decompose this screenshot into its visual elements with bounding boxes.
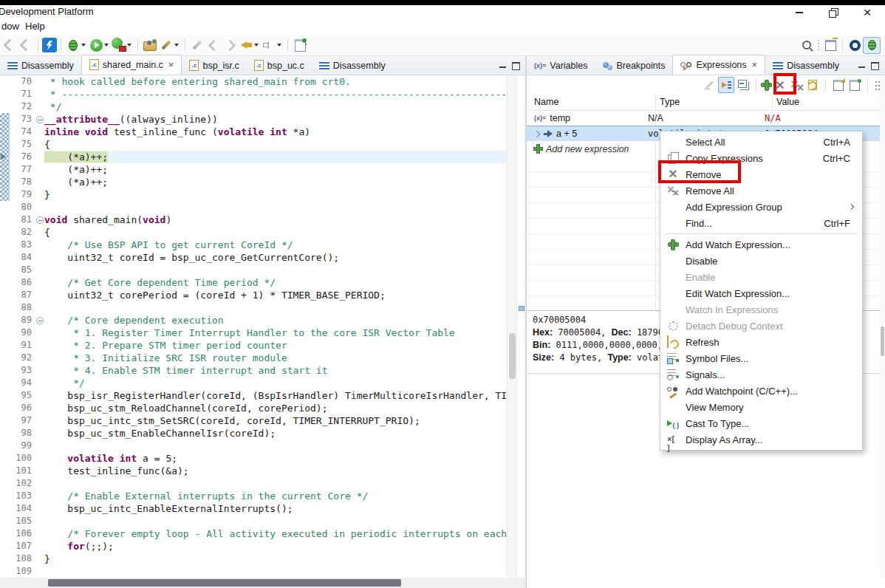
view-menu-icon[interactable]	[873, 78, 879, 92]
code-line[interactable]: 90 * 1. Register Timer Interrupt Handler…	[0, 327, 507, 339]
code-line[interactable]: 86 /* Get Core dependent Time period */	[0, 276, 507, 289]
back-icon[interactable]	[238, 37, 254, 53]
tab-close-icon[interactable]: ×	[168, 59, 174, 70]
search-icon[interactable]	[799, 37, 815, 53]
c-perspective-icon[interactable]	[847, 37, 863, 53]
menu-item-add-expression-group[interactable]: Add Expression Group	[660, 199, 862, 215]
code-line[interactable]: 104 bsp_uc_intc_EnableExternalInterrupts…	[0, 502, 507, 515]
menu-item-find-[interactable]: Find...Ctrl+F	[660, 215, 862, 231]
code-line[interactable]: 107 for(;;);	[0, 540, 507, 553]
run-icon-dropdown[interactable]	[104, 44, 109, 47]
menu-item-select-all[interactable]: Select AllCtrl+A	[660, 134, 862, 150]
column-header-type[interactable]: Type	[660, 97, 680, 107]
menu-item-refresh[interactable]: Refresh	[660, 334, 862, 350]
fold-collapse-icon[interactable]	[35, 213, 44, 226]
code-line[interactable]: 70 * hook called before entering shared_…	[0, 75, 507, 88]
code-line[interactable]: 78 (*a)++;	[0, 176, 507, 188]
code-line[interactable]: 77 (*a)++;	[0, 163, 507, 176]
code-line[interactable]: 91 * 2. Prepare STM timer period counter	[0, 339, 507, 352]
code-line[interactable]: 103 /* Enable External interrupts in the…	[0, 490, 507, 502]
tab-close-icon[interactable]: ×	[752, 59, 758, 70]
code-line[interactable]: 80	[0, 201, 507, 213]
link-with-debug-icon[interactable]	[718, 77, 734, 93]
code-line[interactable]: 88	[0, 301, 507, 314]
code-line[interactable]: 87 uint32_t corePeriod = (coreId + 1) * …	[0, 289, 507, 301]
menu-item-add-watchpoint-c-c-[interactable]: Add Watchpoint (C/C++)...	[660, 383, 862, 399]
editor-horizontal-scrollbar[interactable]	[0, 578, 526, 588]
expand-chevron-icon[interactable]	[533, 130, 541, 137]
editor-vertical-scrollbar[interactable]	[507, 75, 516, 578]
code-line[interactable]: 75{	[0, 138, 507, 151]
menu-item-edit-watch-expression-[interactable]: Edit Watch Expression...	[660, 285, 862, 301]
open-folder-icon[interactable]	[142, 37, 158, 53]
edit-disabled-icon[interactable]	[189, 37, 205, 53]
tab-disassembly[interactable]: Disassembly	[0, 56, 81, 75]
tab-expressions[interactable]: Expressions×	[672, 55, 765, 75]
menu-item-disable[interactable]: Disable	[660, 253, 862, 269]
layout-disabled-icon[interactable]	[702, 78, 717, 92]
code-line[interactable]: 83 /* Use BSP API to get current CoreId …	[0, 239, 507, 251]
run-icon[interactable]	[88, 37, 104, 53]
code-line[interactable]: 85	[0, 264, 507, 276]
code-line[interactable]: 72 */	[0, 100, 507, 113]
column-header-value[interactable]: Value	[776, 97, 799, 107]
debug-perspective-icon[interactable]	[863, 37, 881, 54]
minimize-view-icon[interactable]	[858, 64, 865, 68]
column-header-name[interactable]: Name	[534, 97, 558, 107]
code-editor[interactable]: 70 * hook called before entering shared_…	[0, 75, 507, 578]
pin-editor-icon[interactable]	[292, 37, 308, 53]
menu-window[interactable]: dow	[1, 21, 19, 32]
tab-shared-main-c[interactable]: shared_main.c×	[81, 55, 182, 75]
forward-disabled-icon[interactable]	[222, 37, 238, 53]
run-config-icon-dropdown[interactable]	[127, 44, 131, 47]
debug-icon[interactable]	[65, 37, 81, 53]
maximize-view-icon[interactable]	[512, 62, 520, 70]
scrollbar-thumb[interactable]	[48, 579, 401, 587]
menu-item-view-memory[interactable]: View Memory	[660, 399, 862, 415]
menu-item-signals-[interactable]: Signals...	[660, 366, 862, 383]
code-line[interactable]: 84 uint32_t coreId = bsp_uc_core_GetCurr…	[0, 251, 507, 264]
code-line[interactable]: 109	[0, 565, 507, 578]
overview-annotation[interactable]	[519, 306, 524, 311]
code-line[interactable]: 93 * 4. Enable STM timer interrupt and s…	[0, 364, 507, 377]
code-line[interactable]: 94 */	[0, 377, 507, 389]
tab-variables[interactable]: Variables	[527, 56, 595, 75]
tab-disassembly[interactable]: Disassembly	[765, 56, 847, 75]
code-line[interactable]: 97 bsp_uc_intc_stm_SetSRC(coreId, coreId…	[0, 414, 507, 427]
back-icon-dropdown[interactable]	[254, 44, 259, 47]
scrollbar-thumb[interactable]	[881, 327, 884, 356]
forward-outline-icon[interactable]	[261, 37, 277, 53]
back-disabled-icon[interactable]	[205, 37, 222, 53]
marker-pen-icon[interactable]	[158, 37, 174, 53]
code-line[interactable]: 102	[0, 477, 507, 490]
code-line[interactable]: 76 (*a)++;	[0, 151, 507, 163]
code-line[interactable]: 99	[0, 440, 507, 452]
debug-icon-dropdown[interactable]	[81, 44, 86, 47]
panel-vertical-scrollbar[interactable]	[880, 75, 885, 578]
collapse-all-icon[interactable]	[736, 78, 751, 92]
marker-pen-icon-dropdown[interactable]	[174, 44, 179, 47]
tab-breakpoints[interactable]: Breakpoints	[595, 56, 672, 75]
code-line[interactable]: 101 test_inline_func(&a);	[0, 465, 507, 477]
menu-item-display-as-array-[interactable]: Display As Array...	[660, 431, 862, 448]
code-line[interactable]: 71 * -----------------------------------…	[0, 88, 507, 100]
fold-collapse-icon[interactable]	[35, 113, 44, 126]
expression-row[interactable]: tempN/AN/A	[527, 110, 885, 126]
run-config-icon[interactable]	[111, 37, 127, 53]
code-line[interactable]: 98 bsp_uc_stm_EnableChannelIsr(coreId);	[0, 427, 507, 440]
code-line[interactable]: 100 volatile int a = 5;	[0, 452, 507, 465]
pin-view-icon[interactable]	[847, 78, 862, 92]
code-line[interactable]: 96 bsp_uc_stm_ReloadChannel(coreId, core…	[0, 402, 507, 414]
maximize-view-icon[interactable]	[871, 62, 879, 70]
menu-item-remove-all[interactable]: Remove All	[660, 182, 862, 199]
code-line[interactable]: 79}	[0, 188, 507, 201]
restore-button[interactable]	[827, 7, 839, 18]
menu-item-add-watch-expression-[interactable]: Add Watch Expression...	[660, 236, 862, 253]
open-perspective-icon[interactable]	[822, 37, 838, 53]
code-line[interactable]: 82{	[0, 226, 507, 239]
code-line[interactable]: 95 bsp_isr_RegisterHandler(coreId, (BspI…	[0, 389, 507, 402]
add-expression-icon[interactable]	[762, 81, 771, 90]
code-line[interactable]: 105	[0, 515, 507, 527]
tab-disassembly[interactable]: Disassembly	[312, 56, 393, 75]
menu-help[interactable]: Help	[25, 21, 45, 32]
